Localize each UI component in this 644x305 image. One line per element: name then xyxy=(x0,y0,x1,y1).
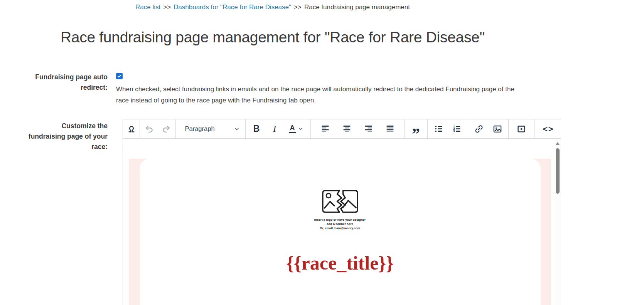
bold-button[interactable]: B xyxy=(249,121,264,137)
breadcrumb-current: Race fundraising page management xyxy=(304,3,410,11)
code-icon: <> xyxy=(543,124,554,134)
paragraph-format-select[interactable]: Paragraph xyxy=(180,121,241,137)
paragraph-format-value: Paragraph xyxy=(185,125,215,132)
auto-redirect-description: When checked, select fundraising links i… xyxy=(116,84,526,106)
toolbar-group-format: Paragraph xyxy=(176,119,246,138)
redo-button[interactable] xyxy=(159,121,174,137)
italic-button[interactable]: I xyxy=(267,121,282,137)
header-band: Race list>>Dashboards for "Race for Rare… xyxy=(0,0,545,46)
editor-content[interactable]: Insert a logo or have your designer add … xyxy=(123,139,555,305)
toolbar-group-code: <> xyxy=(534,119,561,138)
toolbar-group-media xyxy=(509,119,534,138)
align-left-icon xyxy=(320,124,330,134)
toolbar-group-lists: 1 2 3 xyxy=(428,119,468,138)
form-row-auto-redirect: Fundraising page auto redirect: When che… xyxy=(0,72,644,106)
customize-page-field: Paragraph B I A xyxy=(116,119,644,305)
toolbar-group-text-style: B I A xyxy=(246,119,311,138)
scroll-up-arrow-icon[interactable] xyxy=(556,142,560,145)
breadcrumb-link-dashboards[interactable]: Dashboards for "Race for Rare Disease" xyxy=(174,3,291,11)
stamp-icon xyxy=(126,124,137,134)
scrollbar-thumb[interactable] xyxy=(556,148,560,194)
redo-icon xyxy=(161,124,171,134)
editor-scrollbar[interactable] xyxy=(555,139,561,305)
undo-button[interactable] xyxy=(142,121,157,137)
toolbar-group-history xyxy=(140,119,176,138)
placeholder-line: Or, email team@racery.com xyxy=(140,226,541,230)
banner-placeholder: Insert a logo or have your designer add … xyxy=(140,159,541,230)
align-center-button[interactable] xyxy=(339,121,354,137)
settings-form: Fundraising page auto redirect: When che… xyxy=(0,72,644,305)
link-button[interactable] xyxy=(472,121,486,137)
preview-card: Insert a logo or have your designer add … xyxy=(140,159,541,305)
bold-icon: B xyxy=(253,124,260,134)
insert-media-button[interactable] xyxy=(514,121,529,137)
rich-text-editor: Paragraph B I A xyxy=(123,119,561,305)
placeholder-line: Insert a logo or have your designer xyxy=(140,218,541,222)
form-row-customize-page: Customize the fundraising page of your r… xyxy=(0,119,644,305)
broken-image-icon xyxy=(321,189,359,213)
align-right-button[interactable] xyxy=(361,121,376,137)
breadcrumb-separator: >> xyxy=(294,3,302,11)
chevron-down-icon xyxy=(298,126,303,132)
auto-redirect-label: Fundraising page auto redirect: xyxy=(0,72,108,93)
editor-toolbar: Paragraph B I A xyxy=(123,119,561,139)
auto-redirect-field: When checked, select fundraising links i… xyxy=(116,72,644,106)
auto-redirect-checkbox[interactable] xyxy=(116,73,123,79)
italic-icon: I xyxy=(273,124,276,134)
blockquote-button[interactable]: ” xyxy=(409,121,423,137)
breadcrumb-link-race-list[interactable]: Race list xyxy=(135,3,160,11)
svg-text:3: 3 xyxy=(453,129,455,133)
fundraising-page-preview: Insert a logo or have your designer add … xyxy=(129,159,551,305)
justify-icon xyxy=(385,124,395,134)
breadcrumb: Race list>>Dashboards for "Race for Rare… xyxy=(0,0,545,11)
customize-page-label: Customize the fundraising page of your r… xyxy=(0,119,108,152)
link-icon xyxy=(474,124,484,134)
toolbar-group-tokens xyxy=(123,119,140,138)
race-title-token: {{race_title}} xyxy=(140,252,541,274)
editor-content-wrap: Insert a logo or have your designer add … xyxy=(123,139,561,305)
media-icon xyxy=(516,124,526,134)
numbered-list-button[interactable]: 1 2 3 xyxy=(450,121,464,137)
banner-placeholder-text: Insert a logo or have your designer add … xyxy=(140,218,541,230)
justify-button[interactable] xyxy=(383,121,397,137)
page: Race list>>Dashboards for "Race for Rare… xyxy=(0,0,644,305)
placeholder-line: add a banner here xyxy=(140,222,541,226)
toolbar-group-insert xyxy=(468,119,509,138)
source-code-button[interactable]: <> xyxy=(539,121,557,137)
align-left-button[interactable] xyxy=(318,121,332,137)
undo-icon xyxy=(144,124,154,134)
align-right-icon xyxy=(364,124,373,134)
chevron-down-icon xyxy=(234,126,240,132)
toolbar-group-quote: ” xyxy=(405,119,428,138)
align-center-icon xyxy=(342,124,352,134)
insert-image-button[interactable] xyxy=(490,121,505,137)
bullet-list-button[interactable] xyxy=(431,121,446,137)
insert-token-button[interactable] xyxy=(124,121,139,137)
checkmark-icon xyxy=(117,74,122,79)
breadcrumb-separator: >> xyxy=(163,3,171,11)
bullet-list-icon xyxy=(434,124,443,134)
numbered-list-icon: 1 2 3 xyxy=(452,124,462,134)
image-icon xyxy=(492,124,502,134)
text-color-icon: A xyxy=(289,124,296,134)
text-color-button[interactable]: A xyxy=(285,121,307,137)
page-title: Race fundraising page management for "Ra… xyxy=(0,29,545,46)
toolbar-group-align xyxy=(311,119,405,138)
